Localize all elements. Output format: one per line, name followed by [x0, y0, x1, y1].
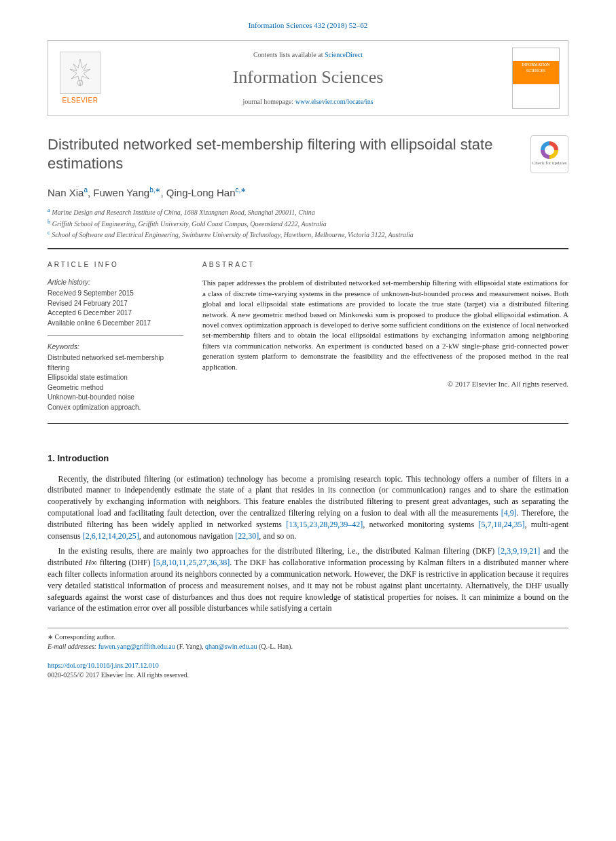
publisher-logo: ELSEVIER [56, 48, 104, 109]
keywords-label: Keywords: [48, 342, 183, 352]
aff-b-text: Griffith School of Engineering, Griffith… [50, 220, 326, 228]
article-info: ARTICLE INFO Article history: Received 9… [48, 260, 183, 412]
header-center: Contents lists available at ScienceDirec… [113, 48, 503, 109]
crossmark-badge[interactable]: Check for updates [530, 135, 568, 173]
publisher-name: ELSEVIER [62, 96, 98, 105]
p1-text-c: , networked monitoring systems [363, 520, 478, 529]
issn-copyright-line: 0020-0255/© 2017 Elsevier Inc. All right… [48, 670, 568, 680]
abstract-heading: ABSTRACT [202, 260, 568, 270]
intro-paragraph-1: Recently, the distributed filtering (or … [48, 473, 568, 542]
contents-line: Contents lists available at ScienceDirec… [113, 50, 503, 60]
homepage-line: journal homepage: www.elsevier.com/locat… [113, 97, 503, 107]
authors-line: Nan Xiaa, Fuwen Yangb,∗, Qing-Long Hanc,… [48, 185, 568, 200]
author-3-corr: ∗ [240, 186, 246, 194]
revised-line: Revised 24 February 2017 [48, 299, 183, 309]
footnotes: ∗ Corresponding author. E-mail addresses… [48, 628, 568, 651]
email-1-name: (F. Yang), [175, 643, 205, 650]
ref-link[interactable]: [5,8,10,11,25,27,36,38] [153, 558, 230, 567]
keyword-3: Geometric method [48, 383, 183, 393]
ref-link[interactable]: [22,30] [235, 531, 259, 541]
info-divider [48, 335, 183, 336]
p2-text-a: In the existing results, there are mainl… [58, 546, 499, 556]
p2-text-c: filtering (DHF) [97, 558, 153, 567]
divider [48, 249, 568, 249]
homepage-prefix: journal homepage: [242, 98, 295, 105]
article-info-heading: ARTICLE INFO [48, 260, 183, 270]
abstract-block: ABSTRACT This paper addresses the proble… [202, 260, 568, 412]
journal-name: Information Sciences [113, 65, 503, 90]
p1-text-f: , and so on. [259, 531, 296, 541]
email-2-link[interactable]: qhan@swin.edu.au [205, 643, 257, 650]
info-abstract-row: ARTICLE INFO Article history: Received 9… [48, 251, 568, 424]
ref-link[interactable]: [2,3,9,19,21] [498, 546, 540, 556]
email-1-link[interactable]: fuwen.yang@griffith.edu.au [98, 643, 175, 650]
history-label: Article history: [48, 278, 183, 287]
cover-title: INFORMATION SCIENCES [514, 62, 558, 73]
h-infinity-symbol: H∞ [85, 558, 96, 567]
elsevier-tree-icon [60, 52, 101, 94]
aff-c-text: School of Software and Electrical Engine… [50, 231, 414, 238]
received-line: Received 9 September 2015 [48, 289, 183, 299]
email-addresses-line: E-mail addresses: fuwen.yang@griffith.ed… [48, 642, 568, 651]
affiliations: a Marine Design and Research Institute o… [48, 207, 568, 249]
title-row: Distributed networked set-membership fil… [48, 135, 568, 173]
keyword-1: Distributed networked set-membership fil… [48, 353, 183, 373]
ref-link[interactable]: [13,15,23,28,29,39–42] [286, 520, 363, 529]
aff-a-text: Marine Design and Research Institute of … [50, 209, 315, 217]
sciencedirect-link[interactable]: ScienceDirect [325, 51, 363, 58]
intro-paragraph-2: In the existing results, there are mainl… [48, 545, 568, 614]
email-2-name: (Q.-L. Han). [257, 643, 292, 650]
corresponding-author-note: ∗ Corresponding author. [48, 632, 568, 642]
keyword-4: Unknown-but-bounded noise [48, 393, 183, 403]
p1-text-e: , and autonomous navigation [139, 531, 236, 541]
abstract-copyright: © 2017 Elsevier Inc. All rights reserved… [202, 379, 568, 389]
section-1-heading: 1. Introduction [48, 452, 568, 465]
accepted-line: Accepted 6 December 2017 [48, 308, 183, 319]
author-2-corr: ∗ [155, 186, 160, 194]
affiliation-b: b Griffith School of Engineering, Griffi… [48, 218, 568, 229]
journal-header-block: ELSEVIER Contents lists available at Sci… [48, 40, 568, 116]
p1-text-a: Recently, the distributed filtering (or … [48, 474, 568, 518]
ref-link[interactable]: [2,6,12,14,20,25] [83, 531, 139, 541]
author-2: Fuwen Yang [93, 187, 149, 198]
author-1: Nan Xia [48, 187, 84, 198]
affiliation-a: a Marine Design and Research Institute o… [48, 207, 568, 217]
doi-block: https://doi.org/10.1016/j.ins.2017.12.01… [48, 661, 568, 680]
crossmark-label: Check for updates [532, 160, 567, 167]
paper-title: Distributed networked set-membership fil… [48, 135, 517, 173]
journal-cover-thumbnail: INFORMATION SCIENCES [512, 48, 560, 109]
ref-link[interactable]: [5,7,18,24,35] [478, 520, 524, 529]
contents-prefix: Contents lists available at [253, 51, 325, 58]
citation-header: Information Sciences 432 (2018) 52–62 [48, 20, 568, 31]
keyword-5: Convex optimization approach. [48, 403, 183, 413]
affiliation-c: c School of Software and Electrical Engi… [48, 229, 568, 240]
ref-link[interactable]: [4,9] [501, 508, 517, 518]
doi-link[interactable]: https://doi.org/10.1016/j.ins.2017.12.01… [48, 662, 159, 669]
homepage-link[interactable]: www.elsevier.com/locate/ins [295, 98, 374, 105]
svg-point-0 [77, 80, 83, 86]
crossmark-icon [541, 141, 558, 159]
abstract-text: This paper addresses the problem of dist… [202, 278, 568, 372]
author-1-aff: a [84, 186, 88, 194]
email-label: E-mail addresses: [48, 643, 98, 650]
keyword-2: Ellipsoidal state estimation [48, 373, 183, 383]
online-line: Available online 6 December 2017 [48, 319, 183, 329]
author-3: Qing-Long Han [166, 187, 236, 198]
